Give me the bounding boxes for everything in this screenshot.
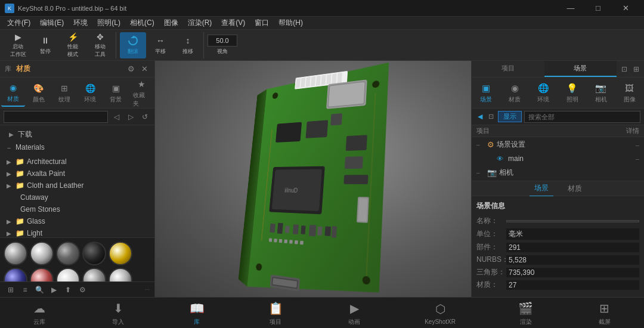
info-nurbs-value: 5,528 bbox=[506, 255, 639, 265]
thumbnail-1[interactable] bbox=[30, 242, 54, 265]
panel-close-button[interactable]: ✕ bbox=[139, 64, 150, 75]
thumb-search-button[interactable]: 🔍 bbox=[33, 284, 45, 296]
scene-type-tab-环境[interactable]: 🌐环境 bbox=[532, 80, 554, 106]
zoom-input[interactable] bbox=[208, 35, 237, 47]
tree-item-main[interactable]: 👁 main – bbox=[472, 152, 644, 165]
menu-item-r[interactable]: 渲染(R) bbox=[183, 17, 217, 29]
bottom-btn-渲染[interactable]: 🎬渲染 bbox=[510, 298, 541, 329]
right-panel-expand-button[interactable]: ⊞ bbox=[631, 64, 642, 75]
scene-back-button[interactable]: ◀ bbox=[475, 112, 485, 122]
lib-item-cloth-and-leather[interactable]: ▶📁Cloth and Leather bbox=[0, 180, 154, 191]
thumbnail-section: ⊞ ≡ 🔍 ▶ ⬆ ⚙ ··· bbox=[0, 237, 154, 297]
pause-button[interactable]: ⏸ 暂停 bbox=[32, 32, 58, 58]
mat-tab-背景[interactable]: ▣背景 bbox=[104, 80, 128, 106]
info-row-parts: 部件： 291 bbox=[476, 242, 639, 252]
svg-rect-25 bbox=[270, 224, 275, 233]
bottom-icon-截屏: ⊞ bbox=[596, 300, 613, 317]
mat-tab-颜色[interactable]: 🎨颜色 bbox=[27, 80, 51, 106]
mat-tab-材质[interactable]: ◉材质 bbox=[1, 79, 25, 107]
minimize-button[interactable]: — bbox=[557, 0, 584, 17]
menu-item-e[interactable]: 编辑(E) bbox=[35, 17, 69, 29]
push-button[interactable]: ↕ 推移 bbox=[175, 32, 201, 58]
menu-item-v[interactable]: 查看(V) bbox=[216, 17, 250, 29]
start-workspace-button[interactable]: ▶ 启动工作区 bbox=[5, 32, 31, 58]
lib-item-axalta-paint[interactable]: ▶📁Axalta Paint bbox=[0, 168, 154, 180]
main-area: 库 材质 ⚙ ✕ ◉材质🎨颜色⊞纹理🌐环境▣背景★收藏夹 ◁ ▷ ↺ ▶ 下载 bbox=[0, 61, 644, 297]
bottom-btn-导入[interactable]: ⬇导入 bbox=[103, 298, 134, 329]
tree-item-scene-settings[interactable]: – ⚙ 场景设置 – bbox=[472, 137, 644, 152]
lib-item-gem-stones[interactable]: Gem Stones bbox=[0, 203, 154, 215]
thumb-settings-button[interactable]: ⚙ bbox=[76, 284, 88, 296]
mat-tab-纹理[interactable]: ⊞纹理 bbox=[52, 80, 76, 106]
search-next-button[interactable]: ▷ bbox=[125, 111, 137, 123]
thumb-grid-view-button[interactable]: ⊞ bbox=[5, 284, 17, 296]
tumble-button[interactable]: 翻滚 bbox=[120, 32, 146, 58]
thumb-upload-button[interactable]: ⬆ bbox=[62, 284, 74, 296]
lib-item-light[interactable]: ▶📁Light bbox=[0, 227, 154, 237]
right-panel-pop-button[interactable]: ⊡ bbox=[619, 64, 630, 75]
scene-type-tab-相机[interactable]: 📷相机 bbox=[590, 80, 612, 106]
performance-button[interactable]: ⚡ 性能模式 bbox=[60, 32, 86, 58]
project-tab[interactable]: 项目 bbox=[472, 61, 544, 77]
scene-type-tab-场景[interactable]: ▣场景 bbox=[475, 80, 497, 106]
menu-item-h[interactable]: 帮助(H) bbox=[274, 17, 308, 29]
tree-item-camera-group[interactable]: – 📷 相机 bbox=[472, 165, 644, 180]
pan-button[interactable]: ↔ 平移 bbox=[147, 32, 174, 58]
search-input[interactable] bbox=[4, 111, 108, 123]
thumbnail-7[interactable] bbox=[56, 268, 80, 281]
svg-rect-6 bbox=[306, 77, 311, 87]
move-tool-button[interactable]: ✥ 移动工具 bbox=[87, 32, 113, 58]
bottom-btn-动画[interactable]: ▶动画 bbox=[339, 298, 370, 329]
panel-title: 材质 bbox=[16, 64, 30, 74]
thumbnail-6[interactable] bbox=[30, 268, 54, 281]
library-materials-item[interactable]: – Materials bbox=[0, 141, 154, 153]
thumbnail-5[interactable] bbox=[4, 268, 27, 281]
scene-search-input[interactable] bbox=[524, 111, 640, 123]
bottom-btn-KeyShotXR[interactable]: ⬡KeyShotXR bbox=[417, 298, 463, 327]
bottom-btn-库[interactable]: 📖库 bbox=[181, 298, 212, 329]
bottom-icon-导入: ⬇ bbox=[110, 300, 126, 317]
scene-tab[interactable]: 场景 bbox=[544, 61, 617, 77]
toolbar: ▶ 启动工作区 ⏸ 暂停 ⚡ 性能模式 ✥ 移动工具 翻滚 ↔ 平移 ↕ 推移 bbox=[0, 30, 644, 61]
scene-filter-button[interactable]: ⊡ bbox=[486, 112, 496, 122]
display-toggle[interactable]: 显示 bbox=[498, 111, 522, 122]
thumbnail-8[interactable] bbox=[82, 268, 106, 281]
thumbnail-3[interactable] bbox=[82, 242, 106, 265]
lib-item-architectural[interactable]: ▶📁Architectural bbox=[0, 156, 154, 168]
menu-item-[interactable]: 环境 bbox=[69, 17, 92, 29]
menu-item-c[interactable]: 相机(C) bbox=[125, 17, 159, 29]
library-download-item[interactable]: ▶ 下载 bbox=[0, 128, 154, 141]
eye-icon[interactable]: 👁 bbox=[497, 155, 503, 162]
menu-item-[interactable]: 图像 bbox=[159, 17, 183, 29]
thumbnail-0[interactable] bbox=[4, 242, 27, 265]
search-refresh-button[interactable]: ↺ bbox=[139, 111, 151, 123]
svg-rect-11 bbox=[332, 73, 336, 83]
menu-item-l[interactable]: 照明(L) bbox=[92, 17, 125, 29]
thumbnail-9[interactable] bbox=[109, 268, 132, 281]
bottom-btn-截屏[interactable]: ⊞截屏 bbox=[589, 298, 620, 329]
thumb-filter-button[interactable]: ▶ bbox=[48, 284, 60, 296]
thumb-list-view-button[interactable]: ≡ bbox=[19, 284, 31, 296]
thumbnail-2[interactable] bbox=[56, 242, 80, 265]
bottom-btn-项目[interactable]: 📋项目 bbox=[260, 298, 291, 329]
bottom-btn-云库[interactable]: ☁云库 bbox=[24, 298, 55, 329]
camera-folder-icon: 📷 bbox=[487, 168, 497, 177]
maximize-button[interactable]: □ bbox=[584, 0, 612, 17]
scene-type-tab-照明[interactable]: 💡照明 bbox=[562, 80, 583, 106]
close-button[interactable]: ✕ bbox=[612, 0, 639, 17]
material-bottom-tab[interactable]: 材质 bbox=[563, 181, 587, 196]
scene-type-tab-材质[interactable]: ◉材质 bbox=[504, 80, 525, 106]
lib-item-glass[interactable]: ▶📁Glass bbox=[0, 215, 154, 227]
info-name-value[interactable] bbox=[506, 220, 639, 222]
menu-item-[interactable]: 窗口 bbox=[250, 17, 274, 29]
mat-tab-收藏夹[interactable]: ★收藏夹 bbox=[129, 76, 153, 110]
lib-item-cutaway[interactable]: Cutaway bbox=[0, 191, 154, 203]
mat-tab-环境[interactable]: 🌐环境 bbox=[78, 80, 102, 106]
search-prev-button[interactable]: ◁ bbox=[110, 111, 122, 123]
scene-type-tab-图像[interactable]: 🖼图像 bbox=[619, 80, 640, 106]
thumbnail-4[interactable] bbox=[109, 242, 132, 265]
viewport[interactable]: iiInuD bbox=[155, 61, 471, 297]
scene-bottom-tab[interactable]: 场景 bbox=[530, 181, 553, 197]
panel-settings-button[interactable]: ⚙ bbox=[126, 64, 137, 75]
menu-item-f[interactable]: 文件(F) bbox=[2, 17, 35, 29]
